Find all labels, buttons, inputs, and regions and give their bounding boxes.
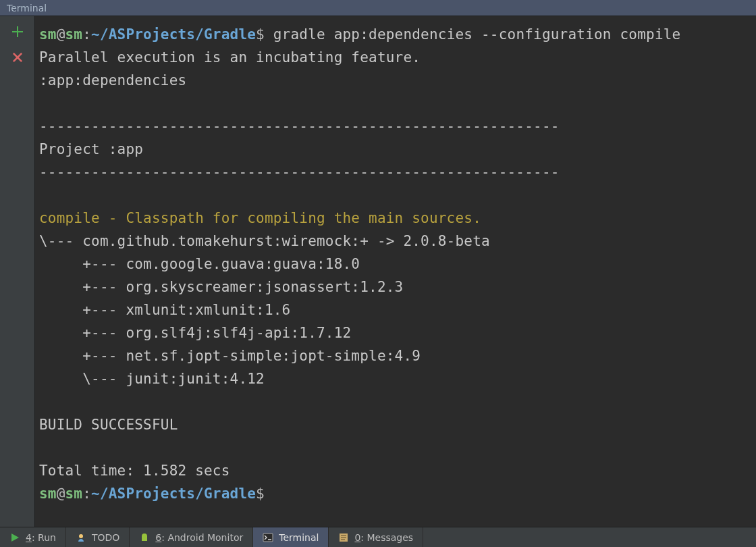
line-parallel: Parallel execution is an incubating feat… [39, 49, 421, 66]
prompt-user: sm [39, 26, 57, 43]
prompt2-user: sm [39, 486, 57, 502]
title-text: Terminal [7, 3, 47, 14]
terminal-panel-title: Terminal [0, 0, 756, 16]
prompt-path: ~/ASProjects/Gradle [91, 26, 256, 43]
run-icon [9, 532, 20, 543]
tab-android-label: 6: Android Monitor [155, 532, 243, 543]
close-session-icon[interactable] [10, 50, 25, 65]
svg-rect-3 [263, 533, 273, 542]
terminal-main: sm@sm:~/ASProjects/Gradle$ gradle app:de… [0, 16, 756, 527]
line-compile: compile - Classpath for compiling the ma… [39, 210, 481, 226]
prompt-at: @ [57, 26, 65, 43]
hr1: ----------------------------------------… [39, 118, 560, 134]
tab-android-monitor[interactable]: 6: Android Monitor [130, 527, 253, 547]
tab-messages-label: 0: Messages [354, 532, 413, 543]
dep-0: \--- com.github.tomakehurst:wiremock:+ -… [39, 233, 490, 249]
tab-messages[interactable]: 0: Messages [329, 527, 423, 547]
prompt2-host: sm [65, 486, 83, 502]
tab-terminal[interactable]: Terminal [253, 527, 329, 547]
prompt-dollar: $ [256, 26, 265, 43]
tab-run[interactable]: 4: Run [0, 527, 66, 547]
tab-todo[interactable]: TODO [66, 527, 130, 547]
terminal-icon [263, 532, 273, 543]
line-project: Project :app [39, 141, 143, 157]
prompt2-colon: : [82, 486, 91, 502]
todo-icon [76, 532, 86, 543]
terminal-gutter [0, 16, 35, 527]
new-session-icon[interactable] [10, 24, 25, 39]
dep-1: +--- com.google.guava:guava:18.0 [39, 256, 360, 272]
dep-6: \--- junit:junit:4.12 [39, 371, 265, 387]
tab-terminal-label: Terminal [279, 532, 319, 543]
line-build: BUILD SUCCESSFUL [39, 417, 178, 433]
dep-3: +--- xmlunit:xmlunit:1.6 [39, 302, 290, 318]
line-time: Total time: 1.582 secs [39, 463, 230, 479]
command-text: gradle app:dependencies --configuration … [265, 26, 680, 43]
prompt2-path: ~/ASProjects/Gradle [91, 486, 256, 502]
tab-run-label: 4: Run [26, 532, 56, 543]
prompt-colon: : [82, 26, 91, 43]
messages-icon [338, 532, 349, 543]
tab-todo-label: TODO [92, 532, 119, 543]
dep-2: +--- org.skyscreamer:jsonassert:1.2.3 [39, 279, 403, 295]
dep-4: +--- org.slf4j:slf4j-api:1.7.12 [39, 325, 351, 341]
prompt2-at: @ [57, 486, 65, 502]
hr2: ----------------------------------------… [39, 164, 560, 180]
line-task: :app:dependencies [39, 72, 186, 88]
svg-point-0 [79, 534, 83, 538]
prompt-host: sm [65, 26, 83, 43]
prompt2-dollar: $ [256, 486, 265, 502]
dep-5: +--- net.sf.jopt-simple:jopt-simple:4.9 [39, 348, 421, 364]
terminal-output[interactable]: sm@sm:~/ASProjects/Gradle$ gradle app:de… [35, 16, 756, 527]
android-icon [139, 532, 150, 543]
tool-window-bar: 4: Run TODO 6: Android Monitor Terminal … [0, 527, 756, 547]
